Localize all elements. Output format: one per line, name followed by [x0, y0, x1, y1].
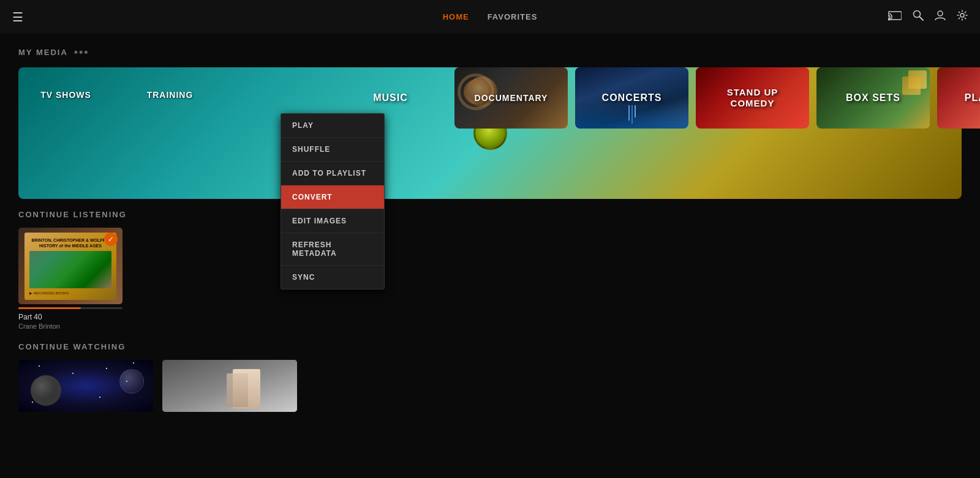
context-menu: PLAY SHUFFLE ADD TO PLAYLIST CONVERT EDI…: [281, 113, 385, 289]
nav-home[interactable]: HOME: [443, 12, 469, 21]
main-content: MY MEDIA ••• TV SHOWS TV Shows: [0, 34, 980, 424]
settings-icon[interactable]: [957, 10, 968, 24]
watch-thumb-1: [18, 360, 153, 412]
context-menu-add-to-playlist[interactable]: ADD TO PLAYLIST: [281, 162, 384, 185]
svg-point-4: [938, 11, 943, 16]
main-nav: HOME FAVORITES: [443, 12, 538, 21]
concerts-thumb: CONCERTS: [575, 67, 688, 129]
continue-listening-title: CONTINUE LISTENING: [18, 210, 962, 219]
planet-shape: [31, 375, 61, 406]
context-menu-refresh-metadata[interactable]: REFRESH METADATA: [281, 233, 384, 266]
svg-line-3: [920, 17, 924, 21]
context-menu-sync[interactable]: SYNC: [281, 266, 384, 289]
audiobook-author: Crane Brinton: [18, 323, 123, 330]
progress-bar: [18, 307, 123, 309]
my-media-title-text: MY MEDIA: [18, 48, 68, 57]
my-media-section-title: MY MEDIA •••: [18, 46, 962, 59]
continue-watching-title: CONTINUE WATCHING: [18, 342, 962, 351]
context-menu-play[interactable]: PLAY: [281, 114, 384, 138]
watch-card-2[interactable]: 📹: [162, 360, 297, 412]
boxsets-thumb: BOX SETS: [816, 67, 930, 129]
category-cards-row: MUSIC Music DOCUMENTARY TV Documentaries: [334, 67, 980, 141]
svg-point-2: [914, 11, 921, 18]
playlists-thumb: PLAYLISTS: [937, 67, 980, 129]
book-title: BRINTON, CHRISTOPHER & WOLFF A HISTORY o…: [29, 237, 111, 248]
book-image-area: [29, 251, 111, 288]
header: ☰ HOME FAVORITES: [0, 0, 980, 34]
header-right: [888, 10, 968, 24]
svg-point-5: [960, 13, 964, 17]
standup-thumb: STAND UPCOMEDY: [696, 67, 809, 129]
book-publisher: ▶ RECORDED BOOKS: [29, 291, 69, 295]
audiobook-cover: BRINTON, CHRISTOPHER & WOLFF A HISTORY o…: [24, 233, 116, 300]
cast-icon[interactable]: [888, 10, 902, 24]
watch-row: 📹: [18, 360, 962, 412]
hamburger-icon[interactable]: ☰: [12, 10, 23, 24]
continue-watching-title-text: CONTINUE WATCHING: [18, 342, 126, 351]
header-left: ☰: [12, 10, 23, 24]
continue-listening-title-text: CONTINUE LISTENING: [18, 210, 127, 219]
continue-listening-section: CONTINUE LISTENING BRINTON, CHRISTOPHER …: [18, 210, 962, 330]
audiobook-thumb: BRINTON, CHRISTOPHER & WOLFF A HISTORY o…: [18, 228, 123, 304]
documentary-thumb: DOCUMENTARY: [454, 67, 568, 129]
watch-card-1[interactable]: [18, 360, 153, 412]
my-media-more-button[interactable]: •••: [74, 46, 89, 59]
account-icon[interactable]: [935, 10, 946, 24]
audiobook-title: Part 40: [18, 313, 123, 321]
completed-badge: ✓: [104, 233, 118, 246]
context-menu-convert[interactable]: CONVERT: [281, 185, 384, 209]
context-menu-edit-images[interactable]: EDIT IMAGES: [281, 209, 384, 233]
audiobook-card[interactable]: BRINTON, CHRISTOPHER & WOLFF A HISTORY o…: [18, 228, 123, 330]
nav-favorites[interactable]: FAVORITES: [488, 12, 538, 21]
continue-watching-section: CONTINUE WATCHING: [18, 342, 962, 412]
context-menu-shuffle[interactable]: SHUFFLE: [281, 138, 384, 162]
search-icon[interactable]: [913, 10, 924, 24]
watch-thumb-2: 📹: [162, 360, 297, 412]
progress-fill: [18, 307, 81, 309]
